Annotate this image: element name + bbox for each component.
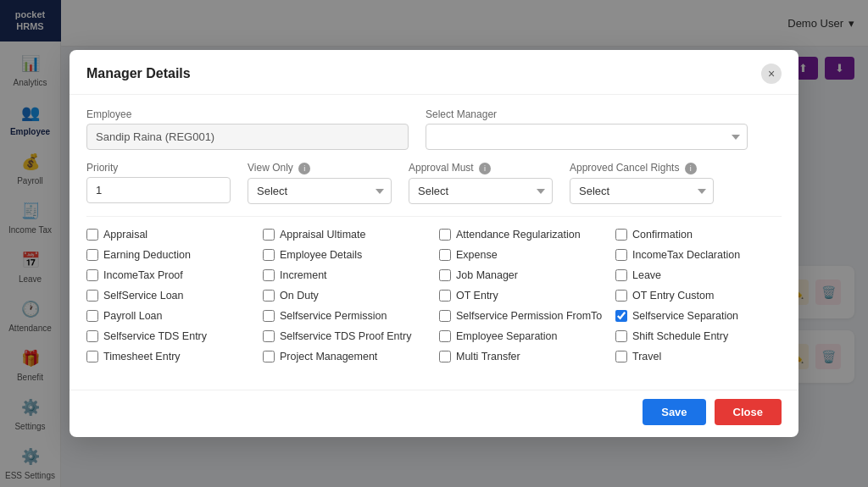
approved-cancel-group: Approved Cancel Rights i Select	[570, 162, 714, 204]
checkbox-leave[interactable]	[615, 269, 627, 281]
checkbox-item-selfservice-permission-fromto[interactable]: Selfservice Permission FromTo	[439, 310, 605, 322]
checkbox-travel[interactable]	[615, 351, 627, 362]
checkbox-item-confirmation[interactable]: Confirmation	[615, 229, 782, 241]
checkbox-item-ot-entry[interactable]: OT Entry	[439, 290, 605, 302]
modal-title: Manager Details	[86, 66, 191, 81]
checkbox-timesheet-entry[interactable]	[86, 351, 98, 362]
select-manager-group: Select Manager	[426, 108, 748, 150]
checkbox-item-employee-separation[interactable]: Employee Separation	[439, 330, 605, 342]
view-only-group: View Only i Select	[248, 162, 392, 204]
manager-details-modal: Manager Details × Employee Select Manage…	[70, 50, 798, 437]
checkbox-item-shift-schedule-entry[interactable]: Shift Schedule Entry	[615, 330, 782, 342]
checkbox-selfservice-tds-proof[interactable]	[263, 330, 275, 342]
priority-group: Priority	[86, 162, 231, 203]
checkbox-item-selfservice-loan[interactable]: SelfService Loan	[86, 290, 253, 302]
checkbox-label-selfservice-permission: Selfservice Permission	[280, 310, 387, 322]
checkbox-label-on-duty: On Duty	[280, 290, 319, 302]
checkbox-label-project-management: Project Management	[280, 351, 377, 362]
checkbox-item-earning-deduction[interactable]: Earning Deduction	[86, 249, 253, 261]
checkbox-selfservice-tds-entry[interactable]	[86, 330, 98, 342]
checkbox-appraisal[interactable]	[86, 229, 98, 241]
checkbox-label-travel: Travel	[632, 351, 661, 362]
checkbox-item-appraisal[interactable]: Appraisal	[86, 229, 253, 241]
checkbox-item-ot-entry-custom[interactable]: OT Entry Custom	[615, 290, 782, 302]
approval-must-info-icon: i	[479, 163, 491, 174]
priority-input[interactable]	[86, 177, 231, 203]
select-manager-label: Select Manager	[426, 108, 748, 120]
checkbox-multi-transfer[interactable]	[439, 351, 451, 362]
employee-input[interactable]	[86, 124, 409, 150]
checkbox-label-selfservice-tds-proof: Selfservice TDS Proof Entry	[280, 330, 411, 342]
checkbox-item-selfservice-separation[interactable]: Selfservice Separation	[615, 310, 782, 322]
checkbox-selfservice-loan[interactable]	[86, 290, 98, 302]
checkbox-selfservice-separation[interactable]	[615, 310, 627, 322]
checkbox-on-duty[interactable]	[263, 290, 275, 302]
checkbox-item-leave[interactable]: Leave	[615, 269, 782, 281]
checkbox-item-increment[interactable]: Increment	[263, 269, 429, 281]
checkbox-appraisal-ultimate[interactable]	[263, 229, 275, 241]
checkbox-item-job-manager[interactable]: Job Manager	[439, 269, 605, 281]
checkbox-label-attendance-reg: Attendance Regularization	[456, 229, 581, 241]
checkbox-label-incometax-declaration: IncomeTax Declaration	[632, 249, 740, 261]
approval-must-select[interactable]: Select	[409, 178, 553, 204]
checkbox-expense[interactable]	[439, 249, 451, 261]
checkbox-item-incometax-proof[interactable]: IncomeTax Proof	[86, 269, 253, 281]
checkbox-grid: AppraisalAppraisal UltimateAttendance Re…	[86, 229, 782, 362]
checkbox-item-multi-transfer[interactable]: Multi Transfer	[439, 351, 605, 362]
checkbox-item-selfservice-permission[interactable]: Selfservice Permission	[263, 310, 429, 322]
checkbox-shift-schedule-entry[interactable]	[615, 330, 627, 342]
checkbox-label-multi-transfer: Multi Transfer	[456, 351, 520, 362]
approved-cancel-info-icon: i	[685, 163, 697, 174]
approved-cancel-select[interactable]: Select	[570, 178, 714, 204]
checkbox-item-payroll-loan[interactable]: Payroll Loan	[86, 310, 253, 322]
checkbox-employee-separation[interactable]	[439, 330, 451, 342]
view-only-select[interactable]: Select	[248, 178, 392, 204]
modal-footer: Save Close	[70, 390, 798, 437]
modal-close-button[interactable]: ×	[761, 64, 782, 84]
checkbox-increment[interactable]	[263, 269, 275, 281]
save-button[interactable]: Save	[643, 399, 705, 425]
checkbox-label-shift-schedule-entry: Shift Schedule Entry	[632, 330, 728, 342]
form-divider	[86, 216, 782, 217]
checkbox-incometax-declaration[interactable]	[615, 249, 627, 261]
checkbox-item-attendance-reg[interactable]: Attendance Regularization	[439, 229, 605, 241]
checkbox-ot-entry-custom[interactable]	[615, 290, 627, 302]
modal-overlay: Manager Details × Employee Select Manage…	[0, 0, 868, 487]
checkbox-label-timesheet-entry: Timesheet Entry	[103, 351, 181, 362]
checkbox-attendance-reg[interactable]	[439, 229, 451, 241]
modal-body: Employee Select Manager Priority	[70, 95, 798, 390]
checkbox-selfservice-permission[interactable]	[263, 310, 275, 322]
close-button[interactable]: Close	[715, 399, 782, 425]
checkbox-label-appraisal: Appraisal	[103, 229, 147, 241]
checkbox-item-employee-details[interactable]: Employee Details	[263, 249, 429, 261]
checkbox-incometax-proof[interactable]	[86, 269, 98, 281]
checkbox-label-leave: Leave	[632, 269, 661, 281]
checkbox-label-earning-deduction: Earning Deduction	[103, 249, 191, 261]
checkbox-label-expense: Expense	[456, 249, 498, 261]
checkbox-ot-entry[interactable]	[439, 290, 451, 302]
approved-cancel-label: Approved Cancel Rights i	[570, 162, 714, 174]
checkbox-employee-details[interactable]	[263, 249, 275, 261]
checkbox-project-management[interactable]	[263, 351, 275, 362]
checkbox-label-selfservice-loan: SelfService Loan	[103, 290, 184, 302]
checkbox-item-on-duty[interactable]: On Duty	[263, 290, 429, 302]
checkbox-selfservice-permission-fromto[interactable]	[439, 310, 451, 322]
checkbox-item-selfservice-tds-entry[interactable]: Selfservice TDS Entry	[86, 330, 253, 342]
checkbox-job-manager[interactable]	[439, 269, 451, 281]
employee-label: Employee	[86, 108, 409, 120]
checkbox-item-expense[interactable]: Expense	[439, 249, 605, 261]
checkbox-item-incometax-declaration[interactable]: IncomeTax Declaration	[615, 249, 782, 261]
checkbox-label-payroll-loan: Payroll Loan	[103, 310, 163, 322]
checkbox-item-selfservice-tds-proof[interactable]: Selfservice TDS Proof Entry	[263, 330, 429, 342]
checkbox-label-employee-separation: Employee Separation	[456, 330, 558, 342]
checkbox-label-ot-entry-custom: OT Entry Custom	[632, 290, 714, 302]
checkbox-item-appraisal-ultimate[interactable]: Appraisal Ultimate	[263, 229, 429, 241]
select-manager-dropdown[interactable]	[426, 124, 748, 150]
checkbox-item-project-management[interactable]: Project Management	[263, 351, 429, 362]
checkbox-payroll-loan[interactable]	[86, 310, 98, 322]
checkbox-confirmation[interactable]	[615, 229, 627, 241]
checkbox-item-timesheet-entry[interactable]: Timesheet Entry	[86, 351, 253, 362]
checkbox-earning-deduction[interactable]	[86, 249, 98, 261]
checkbox-item-travel[interactable]: Travel	[615, 351, 782, 362]
approval-must-label: Approval Must i	[409, 162, 553, 174]
